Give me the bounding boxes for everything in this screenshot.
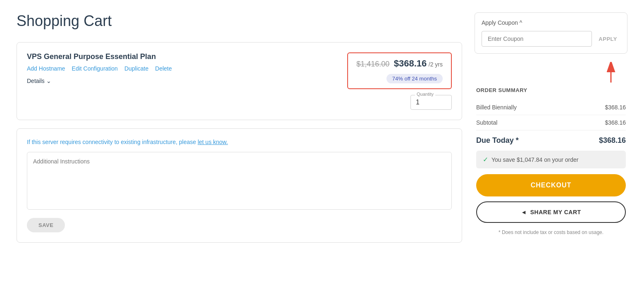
share-cart-label: SHARE MY CART xyxy=(530,209,581,215)
quantity-input[interactable] xyxy=(416,99,446,106)
duplicate-link[interactable]: Duplicate xyxy=(124,65,148,72)
original-price: $1,416.00 xyxy=(356,60,389,68)
coupon-header: Apply Coupon ^ xyxy=(482,19,620,26)
due-today-label: Due Today * xyxy=(476,136,519,145)
billed-biennially-value: $368.16 xyxy=(605,104,626,111)
edit-configuration-link[interactable]: Edit Configuration xyxy=(72,65,118,72)
share-icon: ◄ xyxy=(521,209,527,215)
quantity-label: Quantity xyxy=(415,92,435,97)
cart-item-header: VPS General Purpose Essential Plan Add H… xyxy=(27,52,452,110)
chevron-down-icon: ⌄ xyxy=(46,78,51,84)
quantity-section: Quantity xyxy=(347,95,452,110)
arrow-indicator xyxy=(475,62,627,85)
current-price: $368.16 xyxy=(394,58,427,69)
product-name: VPS General Purpose Essential Plan xyxy=(27,52,172,61)
price-section: $1,416.00 $368.16 /2 yrs 74% off 24 mont… xyxy=(347,52,452,110)
coupon-input[interactable] xyxy=(482,31,592,47)
savings-badge: ✓ You save $1,047.84 on your order xyxy=(476,151,626,168)
order-summary-section: ORDER SUMMARY Billed Biennially $368.16 … xyxy=(475,87,627,236)
check-circle-icon: ✓ xyxy=(483,156,488,163)
cart-item-card: VPS General Purpose Essential Plan Add H… xyxy=(17,42,462,120)
cart-actions: Add Hostname Edit Configuration Duplicat… xyxy=(27,65,172,72)
due-today-value: $368.16 xyxy=(599,136,626,145)
main-content: Shopping Cart VPS General Purpose Essent… xyxy=(17,12,462,293)
coupon-section: Apply Coupon ^ APPLY xyxy=(475,12,627,54)
order-summary-title: ORDER SUMMARY xyxy=(476,87,626,93)
cart-item-left: VPS General Purpose Essential Plan Add H… xyxy=(27,52,172,84)
share-cart-button[interactable]: ◄ SHARE MY CART xyxy=(476,201,626,223)
sidebar: Apply Coupon ^ APPLY ORDER SUMMARY Bille… xyxy=(475,12,627,293)
notes-card: If this server requires connectivity to … xyxy=(17,128,462,243)
coupon-input-row: APPLY xyxy=(482,31,620,47)
add-hostname-link[interactable]: Add Hostname xyxy=(27,65,65,72)
subtotal-row: Subtotal $368.16 xyxy=(476,115,626,130)
notes-info-text: If this server requires connectivity to … xyxy=(27,139,198,145)
delete-link[interactable]: Delete xyxy=(155,65,172,72)
checkout-button[interactable]: CHECKOUT xyxy=(476,174,626,196)
page-title: Shopping Cart xyxy=(17,12,462,30)
notes-info-link[interactable]: let us know. xyxy=(198,139,228,145)
billed-biennially-row: Billed Biennially $368.16 xyxy=(476,100,626,115)
quantity-field: Quantity xyxy=(410,95,452,110)
coupon-header-text: Apply Coupon ^ xyxy=(482,19,522,26)
additional-instructions-textarea[interactable] xyxy=(27,152,452,210)
apply-coupon-button[interactable]: APPLY xyxy=(595,36,620,42)
subtotal-label: Subtotal xyxy=(476,119,497,126)
due-today-row: Due Today * $368.16 xyxy=(476,130,626,151)
discount-badge: 74% off 24 months xyxy=(386,74,443,83)
price-row: $1,416.00 $368.16 /2 yrs xyxy=(356,58,443,69)
details-toggle[interactable]: Details ⌄ xyxy=(27,78,172,84)
save-button[interactable]: SAVE xyxy=(27,218,65,232)
price-period: /2 yrs xyxy=(429,61,443,68)
footnote: * Does not include tax or costs based on… xyxy=(476,229,626,236)
billed-biennially-label: Billed Biennially xyxy=(476,104,517,111)
red-arrow-icon xyxy=(603,62,619,85)
price-box: $1,416.00 $368.16 /2 yrs 74% off 24 mont… xyxy=(347,52,452,89)
subtotal-value: $368.16 xyxy=(605,119,626,126)
savings-text: You save $1,047.84 on your order xyxy=(491,156,578,163)
notes-info: If this server requires connectivity to … xyxy=(27,139,452,145)
